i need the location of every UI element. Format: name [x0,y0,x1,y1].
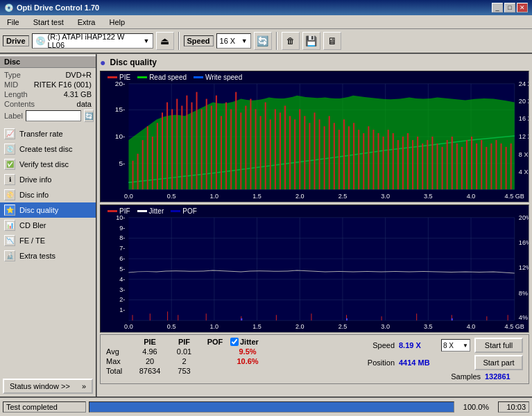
maximize-button[interactable]: □ [504,3,515,12]
eject-button[interactable]: ⏏ [156,32,174,50]
nav-transfer-rate[interactable]: 📈 Transfer rate [0,126,96,141]
svg-text:1-: 1- [119,306,125,313]
nav-verify-test-disc[interactable]: ✅ Verify test disc [0,157,96,172]
nav-drive-info[interactable]: ℹ Drive info [0,172,96,187]
disc-label-input[interactable] [26,110,81,121]
save-button[interactable]: 💾 [302,32,320,50]
content-area: ● Disc quality PIE Read speed Write spee… [97,54,532,397]
stats-avg-pif: 0.01 [169,347,200,356]
svg-rect-43 [221,116,222,189]
svg-rect-58 [294,119,295,189]
drive-select[interactable]: 💿 (R:) ATAPI iHAP122 W LL06 ▼ [32,33,153,49]
speed-combo-value: 16 X [220,37,236,45]
speed-combo[interactable]: 8 X ▼ [441,339,470,352]
svg-rect-75 [378,133,379,189]
svg-rect-99 [495,140,497,189]
stats-max-pie: 20 [132,357,167,365]
stats-total-pif: 753 [169,367,200,375]
legend-jitter-label: Jitter [149,207,164,215]
svg-rect-91 [456,144,458,189]
minimize-button[interactable]: _ [492,3,503,12]
svg-rect-102 [510,144,512,189]
legend-pif: PIF [108,207,130,215]
menu-bar: File Start test Extra Help [0,15,532,29]
stats-col-pif: PIF [169,338,200,346]
svg-rect-27 [142,140,144,189]
refresh-button[interactable]: 🔄 [254,32,272,50]
nav-disc-quality[interactable]: ⭐ Disc quality [0,202,96,218]
menu-extra[interactable]: Extra [74,17,100,27]
svg-rect-148 [206,313,207,320]
disc-type-label: Type [4,71,21,79]
disc-mid-value: RITEK F16 (001) [34,80,92,89]
menu-file[interactable]: File [3,17,24,27]
time-label: 10:03 [498,401,529,413]
nav-drive-info-label: Drive info [19,175,51,184]
stats-speed-value: 8.19 X [399,341,437,349]
stats-max-label: Max [106,357,131,365]
stats-col-jitter-label: Jitter [240,338,259,346]
menu-help[interactable]: Help [105,17,129,27]
nav-fe-te[interactable]: 📉 FE / TE [0,233,96,248]
disc-quality-icon: ⭐ [4,205,15,216]
svg-text:16%: 16% [519,239,529,246]
svg-text:4 X: 4 X [519,169,529,176]
disc-section: Disc Type DVD+R MID RITEK F16 (001) Leng… [0,54,96,126]
verify-test-disc-icon: ✅ [4,159,15,170]
chart2-legend: PIF Jitter POF [108,207,197,215]
svg-rect-94 [471,137,472,189]
separator-2 [276,32,277,50]
nav-cd-bler[interactable]: 📊 CD Bler [0,218,96,233]
svg-rect-92 [461,147,463,189]
nav-disc-info[interactable]: 📀 Disc info [0,187,96,202]
start-part-button[interactable]: Start part [474,355,523,370]
erase-button[interactable]: 🗑 [282,32,300,50]
stats-samples-row: Samples 132861 [451,372,523,381]
svg-rect-93 [466,140,467,189]
stats-position-label: Position [368,358,395,367]
svg-rect-156 [486,316,487,320]
status-bar: Test completed 100.0% 10:03 [0,397,532,416]
svg-rect-78 [393,133,394,189]
svg-rect-146 [167,311,168,320]
svg-rect-31 [162,112,163,189]
speed-combo-arrow: ▼ [241,37,248,44]
legend-jitter: Jitter [137,207,164,215]
svg-rect-36 [186,96,187,190]
svg-rect-32 [166,103,168,190]
disc-label-refresh-button[interactable]: 🔄 [84,110,94,122]
jitter-checkbox[interactable] [230,338,239,346]
sidebar: Disc Type DVD+R MID RITEK F16 (001) Leng… [0,54,97,397]
stats-col-jitter-header: Jitter [230,338,259,346]
close-button[interactable]: ✕ [517,3,528,12]
svg-rect-64 [324,126,325,189]
svg-rect-50 [255,109,257,189]
svg-rect-74 [372,130,374,189]
nav-disc-info-label: Disc info [19,191,49,199]
svg-rect-79 [397,140,399,189]
nav-extra-tests-label: Extra tests [19,252,55,260]
legend-read-color [137,76,147,78]
svg-rect-62 [314,112,315,189]
legend-pie-color [108,76,117,78]
stats-position-row: Position 4414 MB Start part [368,355,523,370]
svg-rect-53 [270,119,271,189]
svg-rect-153 [381,316,382,320]
svg-text:3-: 3- [119,286,125,293]
start-full-button[interactable]: Start full [474,338,523,353]
display-button[interactable]: 🖥 [323,32,341,50]
svg-text:9-: 9- [119,225,125,232]
stats-bar: PIE PIF POF Jitter Avg 4.96 0.01 9.5% [100,334,529,384]
svg-text:10-: 10- [116,214,125,221]
menu-start-test[interactable]: Start test [29,17,68,27]
svg-text:2.5: 2.5 [338,323,347,330]
speed-select[interactable]: 16 X ▼ [216,33,251,49]
nav-extra-tests[interactable]: 🔬 Extra tests [0,248,96,263]
status-window-button[interactable]: Status window >> » [3,379,93,394]
svg-rect-147 [178,315,178,320]
fe-te-icon: 📉 [4,235,15,246]
chart2-container: PIF Jitter POF [100,205,529,333]
svg-text:4-: 4- [119,276,125,283]
drive-combo-icon: 💿 [35,36,46,46]
nav-create-test-disc[interactable]: 💿 Create test disc [0,141,96,157]
